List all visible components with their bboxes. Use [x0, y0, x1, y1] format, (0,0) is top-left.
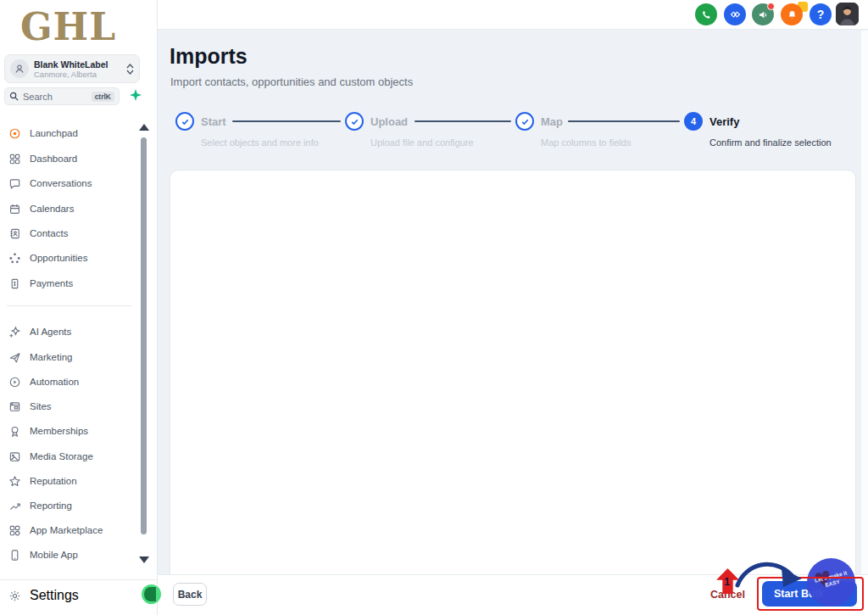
step-map-sub: Map columns to fields [541, 137, 631, 148]
sidebar-divider [7, 305, 132, 306]
ai-agents-icon [8, 326, 21, 338]
conversations-icon [8, 177, 21, 190]
page-title: Imports [170, 44, 248, 69]
sidebar-item-settings[interactable]: Settings [8, 584, 119, 607]
account-switcher[interactable]: Blank WhiteLabel Canmore, Alberta [4, 54, 140, 83]
app-marketplace-icon [8, 524, 21, 537]
search-input[interactable]: Search ctrlK [4, 87, 120, 105]
sidebar-scrollbar[interactable] [141, 137, 147, 534]
launchpad-icon [8, 127, 21, 140]
imports-verify-page: GHL Blank WhiteLabel Canmore, Alberta Se… [0, 0, 868, 615]
sidebar-item-mobile-app[interactable]: Mobile App [8, 544, 132, 566]
search-shortcut-badge: ctrlK [92, 92, 114, 102]
help-chat-bubble[interactable] [142, 584, 161, 604]
sidebar-item-reputation[interactable]: Reputation [8, 470, 132, 492]
sidebar-item-reporting[interactable]: Reporting [8, 495, 132, 517]
sidebar-item-sites[interactable]: Sites [8, 395, 132, 417]
search-icon [9, 92, 19, 101]
payments-icon [8, 277, 21, 290]
sidebar-item-calendars[interactable]: Calendars [8, 198, 132, 220]
reputation-icon [8, 475, 21, 488]
gear-icon [8, 590, 21, 602]
content-scrollbar[interactable] [860, 31, 868, 615]
page-subtitle: Import contacts, opportunities and custo… [170, 75, 413, 88]
account-location: Canmore, Alberta [34, 70, 108, 79]
opportunities-icon [8, 252, 21, 265]
calendars-icon [8, 203, 21, 215]
step-map-circle[interactable] [515, 112, 534, 131]
account-switch-chevrons-icon [126, 64, 134, 75]
step-upload-label[interactable]: Upload [370, 115, 408, 128]
step-verify-circle[interactable]: 4 [684, 112, 703, 131]
step-verify-label[interactable]: Verify [709, 115, 739, 128]
sidebar-item-dashboard[interactable]: Dashboard [8, 148, 132, 170]
step-map-label[interactable]: Map [541, 115, 563, 128]
sidebar-item-ai-agents[interactable]: AI Agents [8, 321, 132, 343]
reporting-icon [8, 500, 21, 512]
ghl-logo: GHL [20, 5, 131, 48]
sidebar-item-payments[interactable]: Payments [8, 272, 132, 294]
mobile-app-icon [8, 549, 21, 562]
sidebar-item-media-storage[interactable]: Media Storage [8, 445, 132, 467]
sidebar-item-conversations[interactable]: Conversations [8, 172, 132, 194]
memberships-icon [8, 425, 21, 438]
step-connector [568, 120, 680, 122]
marketing-icon [8, 351, 21, 364]
step-verify-sub: Confirm and finalize selection [709, 137, 832, 148]
sidebar-item-launchpad[interactable]: Launchpad [8, 122, 132, 144]
sidebar-item-contacts[interactable]: Contacts [8, 222, 132, 244]
quick-links-icon[interactable] [724, 3, 746, 25]
sparkle-icon[interactable] [129, 88, 142, 102]
contacts-icon [8, 227, 21, 240]
back-button[interactable]: Back [173, 583, 207, 606]
step-connector [415, 120, 511, 122]
step-upload-sub: Upload file and configure [370, 137, 474, 148]
sites-icon [8, 400, 21, 413]
sidebar-item-opportunities[interactable]: Opportunities [8, 247, 132, 269]
sidebar-scroll-up-icon[interactable] [139, 124, 149, 131]
automation-icon [8, 376, 21, 389]
annotation-step-number: 1 [724, 575, 730, 588]
sidebar-item-automation[interactable]: Automation [8, 371, 132, 393]
sidebar: GHL Blank WhiteLabel Canmore, Alberta Se… [0, 0, 158, 615]
review-card [170, 170, 856, 594]
step-start-label[interactable]: Start [201, 115, 226, 128]
account-avatar-icon [10, 59, 29, 78]
watermark-badge: ♥ Let's make it EASY [807, 558, 855, 607]
phone-icon[interactable] [695, 3, 717, 25]
sidebar-item-memberships[interactable]: Memberships [8, 420, 132, 442]
sidebar-scroll-down-icon[interactable] [139, 556, 149, 563]
user-avatar[interactable] [836, 3, 859, 25]
media-storage-icon [8, 450, 21, 463]
dashboard-icon [8, 153, 21, 165]
notifications-bell-icon[interactable] [781, 3, 803, 25]
announcements-badge [767, 3, 775, 10]
step-upload-circle[interactable] [345, 112, 364, 131]
step-start-sub: Select objects and more info [201, 137, 319, 148]
account-name: Blank WhiteLabel [34, 59, 108, 70]
search-placeholder: Search [23, 92, 53, 102]
step-connector [232, 120, 341, 122]
announcements-icon[interactable] [752, 3, 774, 25]
sidebar-item-app-marketplace[interactable]: App Marketplace [8, 519, 132, 541]
sidebar-footer-divider [0, 579, 158, 580]
sidebar-item-marketing[interactable]: Marketing [8, 346, 132, 368]
step-start-circle[interactable] [175, 112, 194, 131]
help-chat-bubble-icon [144, 587, 156, 601]
help-icon[interactable]: ? [810, 3, 832, 25]
